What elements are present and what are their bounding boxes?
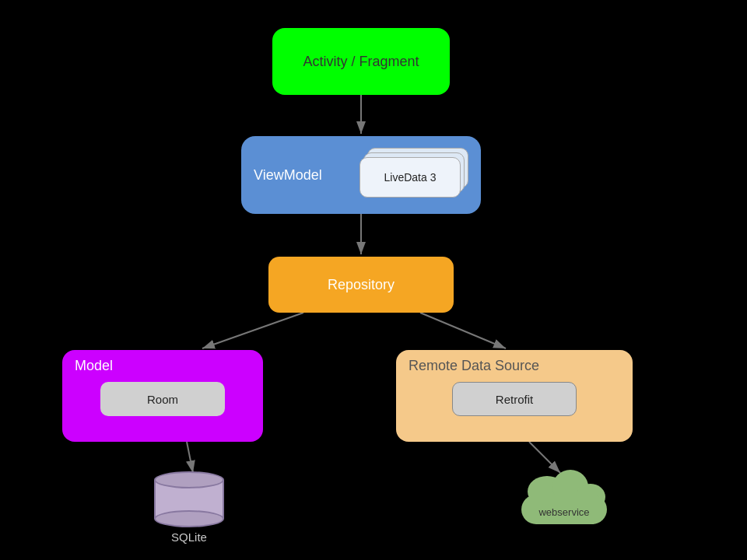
activity-fragment-box: Activity / Fragment	[272, 28, 450, 95]
retrofit-label: Retrofit	[496, 393, 533, 406]
svg-line-3	[202, 313, 303, 348]
repository-box: Repository	[268, 257, 454, 313]
diagram: Activity / Fragment ViewModel LiveData 3…	[0, 0, 747, 560]
livedata-stack: LiveData 3	[359, 148, 468, 202]
webservice-label: webservice	[514, 506, 615, 518]
repository-label: Repository	[328, 277, 395, 293]
livedata-card-3: LiveData 3	[359, 157, 461, 198]
model-box: Model Room	[62, 350, 263, 442]
livedata-label: LiveData 3	[384, 171, 437, 184]
cylinder-bottom	[154, 510, 224, 527]
sqlite-label: SQLite	[171, 530, 207, 544]
webservice-cloud: webservice	[514, 474, 615, 524]
sqlite-cylinder	[154, 471, 224, 527]
room-card: Room	[100, 382, 225, 416]
svg-line-5	[187, 442, 193, 473]
viewmodel-label: ViewModel	[254, 167, 359, 184]
remote-data-source-box: Remote Data Source Retrofit	[396, 350, 633, 442]
room-label: Room	[147, 393, 178, 406]
webservice-container: webservice	[514, 474, 615, 524]
cylinder-top	[154, 471, 224, 488]
model-label: Model	[75, 358, 251, 374]
svg-line-4	[420, 313, 506, 348]
sqlite-container: SQLite	[154, 471, 224, 544]
viewmodel-box: ViewModel LiveData 3	[241, 136, 481, 214]
svg-line-6	[529, 442, 560, 473]
activity-fragment-label: Activity / Fragment	[303, 54, 419, 70]
retrofit-card: Retrofit	[452, 382, 577, 416]
remote-label: Remote Data Source	[409, 358, 620, 374]
